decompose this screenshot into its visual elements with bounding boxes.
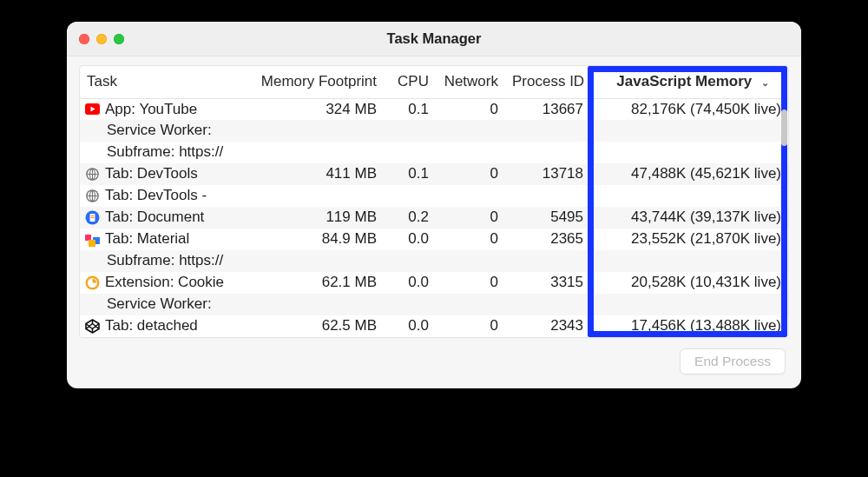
table-row[interactable]: Tab: detached62.5 MB0.00234317,456K (13,…: [80, 315, 788, 337]
cell-pid: [505, 142, 590, 163]
codepen-icon: [85, 319, 100, 334]
cell-cpu: [384, 250, 436, 272]
cell-cpu: 0.2: [384, 207, 436, 229]
close-button[interactable]: [79, 34, 89, 44]
table-row[interactable]: Subframe: https://: [80, 142, 788, 163]
cell-cpu: [384, 120, 436, 142]
cell-cpu: 0.1: [384, 98, 436, 120]
cell-network: 0: [436, 207, 505, 229]
end-process-button[interactable]: End Process: [680, 348, 786, 374]
cell-network: [436, 185, 505, 207]
table-row[interactable]: Tab: Material84.9 MB0.00236523,552K (21,…: [80, 229, 788, 250]
cell-memory: [253, 185, 384, 207]
cell-network: [436, 120, 505, 142]
table-row[interactable]: Service Worker:: [80, 294, 788, 315]
cell-js-memory: 82,176K (74,450K live): [590, 98, 788, 120]
youtube-icon: [85, 102, 100, 116]
table-row[interactable]: Tab: DevTools -: [80, 185, 788, 207]
cell-memory: [253, 294, 384, 315]
column-header-memory[interactable]: Memory Footprint: [253, 66, 384, 98]
table-row[interactable]: Tab: DevTools411 MB0.101371847,488K (45,…: [80, 163, 788, 185]
cell-js-memory: [590, 294, 788, 315]
cell-network: [436, 142, 505, 163]
cell-pid: 13718: [505, 163, 590, 185]
scrollbar[interactable]: [781, 96, 787, 336]
cell-network: [436, 250, 505, 272]
zoom-button[interactable]: [114, 34, 124, 44]
globe-icon: [85, 189, 100, 203]
cell-js-memory: 47,488K (45,621K live): [590, 163, 788, 185]
cell-memory: 62.1 MB: [253, 272, 384, 294]
document-icon: [85, 210, 100, 225]
cell-js-memory: [590, 250, 788, 272]
table-row[interactable]: Service Worker:: [80, 120, 788, 142]
cell-pid: 2365: [505, 229, 590, 250]
task-label: Tab: Material: [105, 229, 189, 250]
cell-network: 0: [436, 315, 505, 337]
minimize-button[interactable]: [96, 34, 107, 44]
cell-js-memory: 17,456K (13,488K live): [590, 315, 788, 337]
column-header-js-memory[interactable]: JavaScript Memory ⌄: [590, 66, 788, 98]
cell-memory: 84.9 MB: [253, 229, 384, 250]
cell-memory: 62.5 MB: [253, 315, 384, 337]
window-title: Task Manager: [387, 30, 482, 47]
cell-pid: [505, 294, 590, 315]
table-row[interactable]: Subframe: https://: [80, 250, 788, 272]
globe-icon: [85, 167, 100, 182]
cookie-icon: [85, 275, 100, 290]
cell-network: [436, 294, 505, 315]
table-row[interactable]: Tab: Document119 MB0.20549543,744K (39,1…: [80, 207, 788, 229]
cell-memory: 119 MB: [253, 207, 384, 229]
cell-pid: [505, 185, 590, 207]
task-label: Service Worker:: [107, 294, 212, 315]
cell-memory: [253, 142, 384, 163]
column-header-network[interactable]: Network: [436, 66, 505, 98]
cell-memory: 324 MB: [253, 98, 384, 120]
task-label: Tab: detached: [105, 315, 198, 337]
cell-pid: 5495: [505, 207, 590, 229]
cell-network: 0: [436, 229, 505, 250]
cell-js-memory: 20,528K (10,431K live): [590, 272, 788, 294]
column-header-cpu[interactable]: CPU: [384, 66, 436, 98]
cell-js-memory: 43,744K (39,137K live): [590, 207, 788, 229]
chevron-down-icon: ⌄: [761, 76, 769, 90]
column-header-pid[interactable]: Process ID: [505, 66, 590, 98]
cell-cpu: 0.0: [384, 272, 436, 294]
cell-pid: 2343: [505, 315, 590, 337]
cell-cpu: [384, 142, 436, 163]
cell-cpu: [384, 185, 436, 207]
traffic-lights: [79, 34, 124, 44]
task-label: Tab: Document: [105, 207, 204, 229]
column-header-task[interactable]: Task: [80, 66, 253, 98]
cell-pid: [505, 250, 590, 272]
table-row[interactable]: Extension: Cookie62.1 MB0.00331520,528K …: [80, 272, 788, 294]
cell-network: 0: [436, 98, 505, 120]
cell-memory: 411 MB: [253, 163, 384, 185]
task-label: Subframe: https://: [107, 142, 223, 163]
cell-pid: 13667: [505, 98, 590, 120]
cell-network: 0: [436, 163, 505, 185]
cell-js-memory: [590, 120, 788, 142]
task-label: Service Worker:: [107, 120, 212, 142]
process-table-wrap: Task Memory Footprint CPU Network Proces…: [79, 65, 789, 338]
scrollbar-thumb[interactable]: [781, 109, 787, 146]
cell-js-memory: [590, 142, 788, 163]
cell-cpu: 0.0: [384, 315, 436, 337]
cell-js-memory: 23,552K (21,870K live): [590, 229, 788, 250]
cell-pid: [505, 120, 590, 142]
cell-cpu: 0.0: [384, 229, 436, 250]
task-label: Extension: Cookie: [105, 272, 224, 294]
cell-js-memory: [590, 185, 788, 207]
task-manager-window: Task Manager Task Memory Footprint CPU N…: [67, 22, 801, 388]
table-row[interactable]: App: YouTube324 MB0.101366782,176K (74,4…: [80, 98, 788, 120]
cell-network: 0: [436, 272, 505, 294]
material-icon: [85, 232, 100, 247]
cell-memory: [253, 120, 384, 142]
process-table: Task Memory Footprint CPU Network Proces…: [80, 66, 788, 337]
cell-memory: [253, 250, 384, 272]
titlebar[interactable]: Task Manager: [67, 22, 801, 56]
column-header-js-memory-label: JavaScript Memory: [616, 73, 752, 89]
cell-pid: 3315: [505, 272, 590, 294]
cell-cpu: [384, 294, 436, 315]
task-label: Tab: DevTools -: [105, 185, 207, 207]
